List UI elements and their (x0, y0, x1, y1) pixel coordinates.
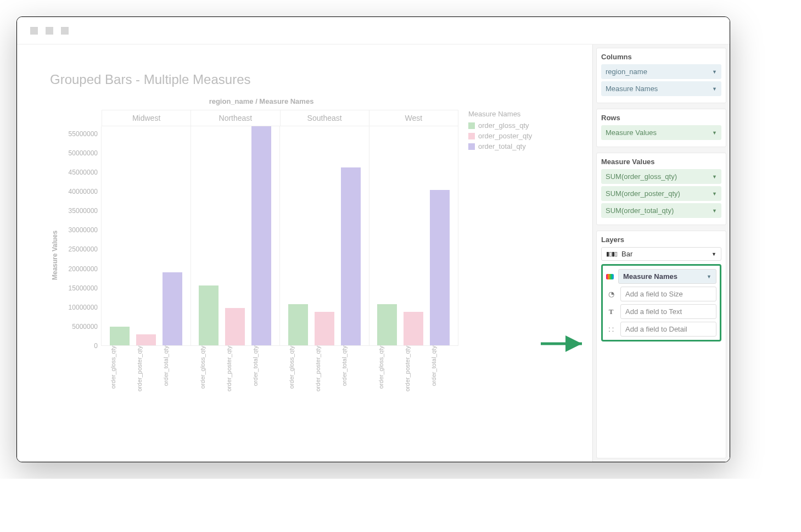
chart-title: Grouped Bars - Multiple Measures (50, 72, 587, 87)
shelf-title: Measure Values (601, 158, 721, 166)
legend-item[interactable]: order_poster_qty (468, 132, 532, 140)
x-tick: order_total_qty (163, 346, 182, 401)
x-tick: order_total_qty (430, 346, 450, 401)
caret-down-icon: ▼ (712, 86, 717, 92)
highlight-arrow-icon (538, 335, 587, 352)
y-axis: 5500000050000000450000004000000035000000… (63, 126, 102, 346)
detail-icon: ⸬ (606, 325, 616, 334)
shelf-title: Layers (601, 236, 721, 244)
caret-down-icon: ▼ (712, 69, 717, 75)
caret-down-icon: ▼ (712, 251, 716, 257)
column-pill[interactable]: region_name▼ (601, 64, 721, 79)
legend-label: order_gloss_qty (478, 121, 529, 130)
legend-swatch-icon (468, 122, 475, 129)
region-header: Southeast (281, 110, 369, 126)
bar[interactable] (225, 308, 245, 345)
x-tick: order_gloss_qty (199, 346, 219, 401)
rows-shelf: Rows Measure Values▼ (596, 109, 726, 147)
chart-legend: Measure Names order_gloss_qtyorder_poste… (468, 110, 532, 401)
x-tick: order_total_qty (341, 346, 361, 401)
legend-swatch-icon (468, 143, 475, 150)
bar[interactable] (199, 285, 219, 345)
x-tick: order_total_qty (252, 346, 272, 401)
x-tick: order_poster_qty (404, 346, 424, 401)
bar[interactable] (136, 334, 156, 345)
size-icon: ◔ (606, 290, 616, 298)
measure-pill[interactable]: SUM(order_poster_qty)▼ (601, 186, 721, 201)
text-icon: T (606, 307, 616, 316)
x-tick: order_poster_qty (226, 346, 245, 401)
y-tick: 30000000 (69, 226, 98, 234)
legend-item[interactable]: order_gloss_qty (468, 121, 532, 130)
bar[interactable] (163, 272, 182, 345)
region-header: Northeast (191, 110, 280, 126)
chart-subtitle: region_name / Measure Names (83, 97, 440, 105)
color-field[interactable]: Measure Names▼ (618, 269, 716, 284)
caret-down-icon: ▼ (712, 130, 717, 136)
color-icon (606, 274, 614, 279)
shelf-title: Rows (601, 114, 721, 122)
y-tick: 10000000 (69, 304, 98, 311)
y-tick: 40000000 (69, 188, 98, 195)
bar-group (102, 126, 191, 346)
window-titlebar (17, 17, 730, 44)
bar[interactable] (251, 126, 271, 345)
legend-item[interactable]: order_total_qty (468, 142, 532, 150)
x-tick: order_poster_qty (136, 346, 156, 401)
y-tick: 20000000 (69, 265, 98, 273)
bar[interactable] (430, 190, 450, 345)
row-pill[interactable]: Measure Values▼ (601, 125, 721, 140)
text-field[interactable]: Add a field to Text (620, 304, 716, 319)
layer-encoding-highlight: Measure Names▼ ◔ Add a field to Size T A… (601, 264, 721, 341)
window-control-icon[interactable] (46, 27, 53, 35)
y-tick: 15000000 (69, 284, 98, 292)
x-tick: order_gloss_qty (288, 346, 308, 401)
chart-area: Grouped Bars - Multiple Measures region_… (17, 44, 592, 462)
x-tick: order_poster_qty (315, 346, 334, 401)
column-pill[interactable]: Measure Names▼ (601, 81, 721, 96)
measure-pill[interactable]: SUM(order_gloss_qty)▼ (601, 169, 721, 184)
y-tick: 5000000 (72, 323, 98, 331)
chart-plot: MidwestNortheastSoutheastWest 5500000050… (63, 110, 458, 401)
legend-swatch-icon (468, 133, 475, 139)
app-window: Grouped Bars - Multiple Measures region_… (16, 16, 730, 462)
y-tick: 0 (94, 342, 98, 350)
y-tick: 55000000 (69, 130, 98, 138)
caret-down-icon: ▼ (712, 191, 717, 197)
detail-field[interactable]: Add a field to Detail (620, 322, 716, 337)
window-control-icon[interactable] (30, 27, 38, 35)
bar-group (191, 126, 281, 346)
y-tick: 35000000 (69, 207, 98, 215)
legend-label: order_total_qty (478, 142, 526, 150)
caret-down-icon: ▼ (707, 274, 712, 279)
y-axis-label: Measure Values (50, 145, 59, 365)
bar[interactable] (341, 167, 361, 345)
region-header: Midwest (102, 110, 191, 126)
config-sidebar: Columns region_name▼ Measure Names▼ Rows… (592, 44, 730, 462)
columns-shelf: Columns region_name▼ Measure Names▼ (596, 48, 726, 103)
y-tick: 45000000 (69, 169, 98, 176)
y-tick: 25000000 (69, 245, 98, 253)
measure-pill[interactable]: SUM(order_total_qty)▼ (601, 203, 721, 218)
mark-type-select[interactable]: ▮▯▮▯ Bar ▼ (601, 247, 721, 261)
layers-shelf: Layers ▮▯▮▯ Bar ▼ Measure Names▼ ◔ Add a… (596, 231, 726, 458)
bar[interactable] (110, 327, 130, 345)
content-area: Grouped Bars - Multiple Measures region_… (17, 44, 730, 462)
bar[interactable] (315, 312, 334, 345)
caret-down-icon: ▼ (712, 174, 717, 180)
bar-chart-icon: ▮▯▮▯ (606, 250, 617, 257)
window-control-icon[interactable] (61, 27, 69, 35)
y-tick: 50000000 (69, 149, 98, 157)
size-field[interactable]: Add a field to Size (620, 287, 716, 301)
region-header: West (369, 110, 458, 126)
legend-label: order_poster_qty (478, 132, 532, 140)
bar-group (280, 126, 369, 346)
x-tick: order_gloss_qty (378, 346, 397, 401)
shelf-title: Columns (601, 53, 721, 61)
bar-group (369, 126, 459, 346)
measure-values-shelf: Measure Values SUM(order_gloss_qty)▼ SUM… (596, 153, 726, 225)
bar[interactable] (377, 304, 397, 345)
x-tick: order_gloss_qty (110, 346, 130, 401)
bar[interactable] (288, 304, 308, 345)
bar[interactable] (404, 312, 423, 345)
